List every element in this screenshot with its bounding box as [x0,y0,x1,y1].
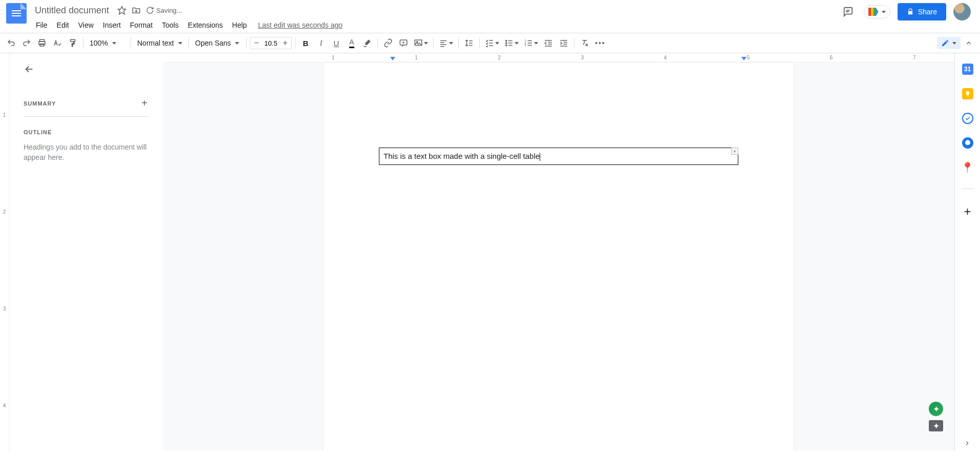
undo-button[interactable] [4,36,18,50]
document-page[interactable]: This is a text box made with a single-ce… [324,63,794,451]
decrease-indent-button[interactable] [541,36,556,50]
font-size-increase[interactable]: + [279,38,291,48]
insert-image-button[interactable] [412,36,430,50]
title-area: Untitled document Saving... File Edit Vi… [32,3,839,33]
menu-tools[interactable]: Tools [158,19,183,31]
svg-point-23 [506,43,507,44]
menu-extensions[interactable]: Extensions [184,19,227,31]
align-button[interactable] [437,36,455,50]
chevron-down-icon [235,42,239,45]
pencil-icon [941,39,949,47]
menubar: File Edit View Insert Format Tools Exten… [32,17,839,33]
text-cursor [540,153,540,161]
chevron-down-icon [534,42,538,45]
svg-marker-0 [118,7,126,14]
table-cell-options-icon[interactable]: ▾ [731,148,738,155]
editing-mode-button[interactable] [937,37,961,49]
right-indent-marker[interactable] [741,57,747,60]
increase-indent-button[interactable] [557,36,571,50]
line-spacing-button[interactable] [462,36,476,50]
explore-button[interactable]: ✦ [929,402,943,416]
horizontal-ruler: 11234567 [163,53,954,63]
svg-point-25 [506,45,507,46]
menu-format[interactable]: Format [126,19,157,31]
dictionary-button[interactable]: ✦ [929,420,943,431]
meet-icon [868,8,879,16]
text-color-button[interactable]: A [345,36,359,50]
chevron-down-icon [112,42,116,45]
side-panel-divider [962,189,974,189]
hide-menus-button[interactable] [962,36,976,50]
insert-link-button[interactable] [381,36,395,50]
bulleted-list-button[interactable] [502,36,521,50]
chevron-down-icon [495,42,499,45]
print-button[interactable] [35,36,49,50]
document-title[interactable]: Untitled document [32,4,112,17]
paint-format-button[interactable] [66,36,80,50]
side-panel: 31 📍 + [954,53,980,451]
account-avatar[interactable] [953,3,971,20]
calendar-app-icon[interactable]: 31 [962,64,973,75]
lock-icon [907,8,914,15]
docs-home-icon[interactable] [6,3,27,24]
more-button[interactable]: ••• [593,36,608,50]
chevron-down-icon [424,42,428,45]
star-icon[interactable] [117,6,126,15]
document-canvas[interactable]: 11234567 This is a text box made with a … [163,53,954,451]
menu-help[interactable]: Help [228,19,251,31]
chevron-down-icon [515,42,519,45]
left-indent-marker[interactable] [390,57,395,60]
spellcheck-button[interactable] [50,36,65,50]
svg-point-21 [506,40,507,41]
bold-button[interactable]: B [299,36,313,50]
paragraph-style-select[interactable]: Normal text [134,36,185,50]
keep-app-icon[interactable] [962,88,973,99]
tasks-app-icon[interactable] [962,113,973,124]
highlight-button[interactable] [360,36,374,50]
add-comment-button[interactable] [396,36,411,50]
redo-button[interactable] [19,36,34,50]
numbered-list-button[interactable]: 123 [522,36,540,50]
workspace: 1234 SUMMARY + OUTLINE Headings you add … [0,53,980,451]
menu-view[interactable]: View [74,19,98,31]
checklist-button[interactable] [483,36,501,50]
table-cell[interactable]: This is a text box made with a single-ce… [379,148,738,165]
share-button[interactable]: Share [898,3,946,20]
clear-formatting-button[interactable] [578,36,592,50]
menu-insert[interactable]: Insert [99,19,125,31]
menu-file[interactable]: File [32,19,52,31]
chevron-down-icon [952,42,956,45]
outline-placeholder: Headings you add to the document will ap… [24,142,148,162]
maps-app-icon[interactable]: 📍 [962,162,973,173]
outline-sidebar: SUMMARY + OUTLINE Headings you add to th… [9,53,163,451]
header-right-controls: Share [839,3,974,20]
toolbar: 100% Normal text Open Sans − + B I U A 1… [0,33,980,53]
meet-button[interactable] [864,5,890,18]
font-size-decrease[interactable]: − [250,38,263,48]
app-header: Untitled document Saving... File Edit Vi… [0,0,980,33]
outline-heading: OUTLINE [24,129,148,135]
share-button-label: Share [918,8,937,16]
open-comments-icon[interactable] [839,3,857,20]
font-size-control: − + [250,37,292,49]
chevron-down-icon [178,42,182,45]
chevron-down-icon [449,42,453,45]
cell-text[interactable]: This is a text box made with a single-ce… [384,152,540,160]
italic-button[interactable]: I [314,36,328,50]
close-outline-icon[interactable] [24,64,35,75]
menu-edit[interactable]: Edit [53,19,73,31]
vertical-ruler: 1234 [0,53,9,451]
explore-fab: ✦ ✦ [929,402,943,431]
cloud-sync-icon [146,6,154,14]
svg-text:3: 3 [525,44,526,47]
font-family-select[interactable]: Open Sans [192,36,243,50]
last-edit-link[interactable]: Last edit was seconds ago [258,21,343,29]
get-addons-button[interactable]: + [964,204,971,219]
show-side-panel-icon[interactable] [964,440,971,447]
font-size-input[interactable] [263,39,279,48]
move-to-folder-icon[interactable] [132,6,141,15]
add-summary-button[interactable]: + [141,97,148,109]
contacts-app-icon[interactable] [962,137,973,149]
underline-button[interactable]: U [329,36,344,50]
zoom-select[interactable]: 100% [87,36,127,50]
